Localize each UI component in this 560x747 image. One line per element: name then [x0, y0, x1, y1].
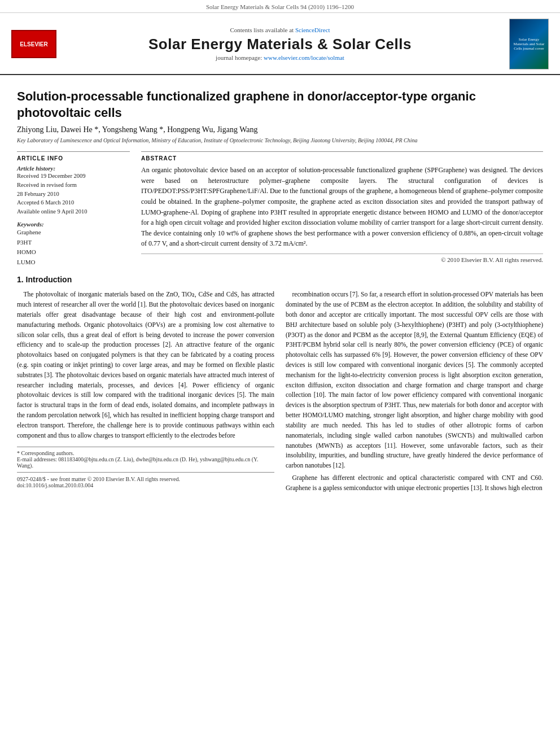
intro-right-col: recombination occurs [7]. So far, a rese… — [286, 290, 543, 495]
sciencedirect-link[interactable]: ScienceDirect — [295, 27, 330, 33]
affiliation: Key Laboratory of Luminescence and Optic… — [17, 137, 543, 143]
received-revised-label: Received in revised form — [17, 181, 130, 190]
abstract-text: An organic photovoltaic device based on … — [141, 165, 543, 249]
email-label: E-mail addresses: — [17, 456, 57, 462]
homepage-link[interactable]: www.elsevier.com/locate/solmat — [264, 54, 344, 61]
journal-citation-text: Solar Energy Materials & Solar Cells 94 … — [206, 3, 354, 10]
article-title: Solution-processable functionalized grap… — [17, 89, 543, 121]
accepted-date: Accepted 6 March 2010 — [17, 198, 130, 207]
footnote-separator — [17, 472, 274, 473]
contents-bar: Contents lists available at ScienceDirec… — [68, 24, 492, 36]
keywords-section: Keywords: Graphene P3HT HOMO LUMO — [17, 221, 130, 267]
journal-title: Solar Energy Materials & Solar Cells — [68, 36, 492, 53]
available-date: Available online 9 April 2010 — [17, 207, 130, 216]
intro-para-1: The photovoltaic of inorganic materials … — [17, 290, 274, 440]
info-abstract-section: ARTICLE INFO Article history: Received 1… — [17, 151, 543, 267]
keyword-4: LUMO — [17, 257, 130, 268]
article-info-col: ARTICLE INFO Article history: Received 1… — [17, 151, 130, 267]
article-history: Article history: Received 19 December 20… — [17, 165, 130, 216]
journal-cover-image: Solar Energy Materials and Solar Cells j… — [509, 19, 549, 69]
homepage-label: journal homepage: — [216, 54, 262, 61]
intro-right-text: recombination occurs [7]. So far, a rese… — [286, 290, 543, 493]
contents-text: Contents lists available at — [230, 27, 294, 33]
corresponding-authors-note: * Corresponding authors. — [17, 450, 274, 456]
intro-left-col: The photovoltaic of inorganic materials … — [17, 290, 274, 495]
abstract-col: ABSTRACT An organic photovoltaic device … — [141, 151, 543, 267]
main-content: Solution-processable functionalized grap… — [0, 75, 560, 507]
intro-left-text: The photovoltaic of inorganic materials … — [17, 290, 274, 440]
journal-title-area: Contents lists available at ScienceDirec… — [68, 24, 492, 64]
keyword-3: HOMO — [17, 247, 130, 257]
article-info-label: ARTICLE INFO — [17, 155, 130, 161]
introduction-section: 1. Introduction The photovoltaic of inor… — [17, 275, 543, 495]
footnote-area: * Corresponding authors. E-mail addresse… — [17, 447, 274, 488]
journal-header: ELSEVIER Contents lists available at Sci… — [0, 13, 560, 75]
journal-citation-bar: Solar Energy Materials & Solar Cells 94 … — [0, 0, 560, 13]
homepage-bar: journal homepage: www.elsevier.com/locat… — [68, 53, 492, 64]
intro-body-two-col: The photovoltaic of inorganic materials … — [17, 290, 543, 495]
doi-line: doi:10.1016/j.solmat.2010.03.004 — [17, 482, 274, 488]
intro-heading: 1. Introduction — [17, 275, 543, 284]
keyword-2: P3HT — [17, 238, 130, 248]
abstract-label: ABSTRACT — [141, 155, 543, 161]
cover-alt-text: Solar Energy Materials and Solar Cells j… — [512, 37, 546, 51]
history-heading: Article history: — [17, 165, 130, 172]
cover-image-area: Solar Energy Materials and Solar Cells j… — [492, 19, 549, 69]
revised-date: 28 February 2010 — [17, 190, 130, 199]
received-date: Received 19 December 2009 — [17, 172, 130, 181]
keywords-heading: Keywords: — [17, 221, 130, 228]
elsevier-logo-area: ELSEVIER — [11, 30, 68, 58]
email-line: E-mail addresses: 081183400@bjtu.edu.cn … — [17, 456, 274, 469]
issn-line: 0927-0248/$ - see front matter © 2010 El… — [17, 476, 274, 482]
authors: Zhiyong Liu, Dawei He *, Yongsheng Wang … — [17, 125, 543, 134]
copyright-line: © 2010 Elsevier B.V. All rights reserved… — [141, 254, 543, 263]
intro-para-right-1: recombination occurs [7]. So far, a rese… — [286, 290, 543, 471]
keyword-1: Graphene — [17, 228, 130, 238]
intro-para-right-2: Graphene has different electronic and op… — [286, 473, 543, 493]
elsevier-logo: ELSEVIER — [11, 30, 56, 58]
